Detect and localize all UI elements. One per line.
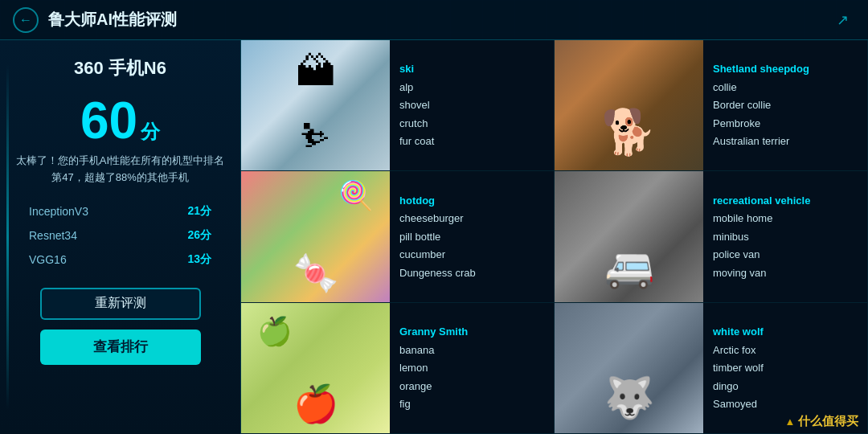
test-image-wolf [555,303,703,433]
label-item: Samoyed [713,396,858,412]
test-item-food: hotdogcheeseburgerpill bottlecucumberDun… [241,171,555,302]
score-description: 太棒了！您的手机AI性能在所有的机型中排名第47，超越了88%的其他手机 [13,153,227,186]
label-item: alp [399,80,544,96]
metric-value: 26分 [187,228,211,243]
test-labels-food: hotdogcheeseburgerpill bottlecucumberDun… [390,171,554,301]
label-item: Australian terrier [713,133,858,149]
metric-row: VGG16 13分 [13,248,227,272]
metric-value: 13分 [187,252,211,267]
test-labels-vehicle: recreational vehiclemobile homeminibuspo… [703,171,867,301]
label-item: timber wolf [713,360,858,376]
label-item: orange [399,379,544,395]
label-item: shovel [399,97,544,113]
score-unit: 分 [141,119,160,145]
watermark-icon: ▲ [785,416,798,428]
label-item: crutch [399,116,544,132]
test-image-vehicle [555,171,703,301]
label-item: Border collie [713,97,858,113]
test-labels-dog: Shetland sheepdogcollieBorder colliePemb… [703,40,867,170]
label-item: hotdog [399,193,544,209]
test-image-apple [241,303,390,433]
test-labels-apple: Granny Smithbananalemonorangefig [390,303,554,433]
test-image-ski [241,40,390,170]
test-item-dog: Shetland sheepdogcollieBorder colliePemb… [555,40,868,171]
share-button[interactable]: ↗ [829,7,855,33]
metric-row: Resnet34 26分 [13,223,227,248]
label-item: mobile home [713,211,858,227]
label-item: police van [713,247,858,263]
metric-row: InceptionV3 21分 [13,199,227,223]
test-item-apple: Granny Smithbananalemonorangefig [241,303,555,434]
metrics-table: InceptionV3 21分 Resnet34 26分 VGG16 13分 [13,199,227,272]
label-item: white wolf [713,324,858,340]
label-item: recreational vehicle [713,193,858,209]
label-item: lemon [399,360,544,376]
label-item: cucumber [399,247,544,263]
metric-name: InceptionV3 [29,205,88,218]
label-item: banana [399,342,544,358]
metric-name: Resnet34 [29,229,77,242]
page-title: 鲁大师AI性能评测 [48,9,829,31]
label-item: dingo [713,379,858,395]
label-item: collie [713,80,858,96]
header: ← 鲁大师AI性能评测 ↗ [0,0,868,40]
label-item: Arctic fox [713,342,858,358]
metric-name: VGG16 [29,253,67,266]
label-item: Shetland sheepdog [713,61,858,77]
label-item: Dungeness crab [399,265,544,281]
label-item: moving van [713,265,858,281]
label-item: fig [399,396,544,412]
label-item: fur coat [399,133,544,149]
label-item: cheeseburger [399,211,544,227]
label-item: Pembroke [713,116,858,132]
left-panel: 360 手机N6 60 分 太棒了！您的手机AI性能在所有的机型中排名第47，超… [0,40,241,434]
score-display: 60 分 [80,95,160,146]
watermark: ▲ 什么值得买 [785,414,858,429]
label-item: minibus [713,229,858,245]
retest-button[interactable]: 重新评测 [40,288,201,320]
test-results-grid: skialpshovelcrutchfur coatShetland sheep… [241,40,868,434]
label-item: Granny Smith [399,324,544,340]
score-number: 60 [80,95,137,146]
test-image-dog [555,40,703,170]
test-item-vehicle: recreational vehiclemobile homeminibuspo… [555,171,868,302]
back-button[interactable]: ← [13,7,39,33]
test-labels-ski: skialpshovelcrutchfur coat [390,40,554,170]
device-name: 360 手机N6 [74,56,166,80]
metric-value: 21分 [187,204,211,219]
label-item: ski [399,61,544,77]
test-image-food [241,171,390,301]
ranking-button[interactable]: 查看排行 [40,330,201,365]
label-item: pill bottle [399,229,544,245]
watermark-text: 什么值得买 [798,414,858,428]
test-item-ski: skialpshovelcrutchfur coat [241,40,555,171]
